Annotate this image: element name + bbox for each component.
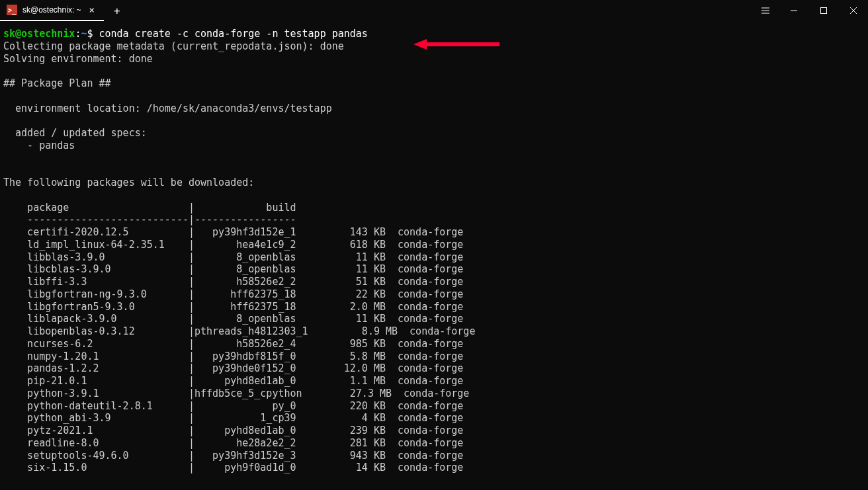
output-line: environment location: /home/sk/anaconda3…	[3, 102, 332, 114]
package-row: python-dateutil-2.8.1 | py_0 220 KB cond…	[3, 400, 463, 412]
tab-title: sk@ostechnix: ~	[22, 5, 81, 15]
package-row: readline-8.0 | he28a2e2_2 281 KB conda-f…	[3, 437, 463, 449]
package-row: libffi-3.3 | h58526e2_2 51 KB conda-forg…	[3, 276, 463, 288]
package-row: libblas-3.9.0 | 8_openblas 11 KB conda-f…	[3, 251, 463, 263]
output-line: ## Package Plan ##	[3, 77, 111, 89]
output-line: - pandas	[3, 140, 75, 151]
prompt-dollar: $	[87, 28, 99, 40]
prompt-host: ostechnix	[21, 28, 75, 40]
titlebar: >_ sk@ostechnix: ~ × +	[0, 0, 868, 21]
package-row: libopenblas-0.3.12 |pthreads_h4812303_1 …	[3, 325, 475, 337]
table-header: package | build	[3, 202, 296, 214]
close-button[interactable]	[838, 0, 868, 21]
package-row: setuptools-49.6.0 | py39hf3d152e_3 943 K…	[3, 450, 463, 462]
package-row: pytz-2021.1 | pyhd8ed1ab_0 239 KB conda-…	[3, 425, 463, 436]
terminal-tab[interactable]: >_ sk@ostechnix: ~ ×	[0, 0, 104, 21]
output-line: Collecting package metadata (current_rep…	[3, 40, 344, 52]
output-line: Solving environment: done	[3, 53, 153, 65]
package-row: python_abi-3.9 | 1_cp39 4 KB conda-forge	[3, 412, 463, 424]
maximize-button[interactable]	[808, 0, 838, 21]
titlebar-right	[752, 0, 868, 21]
prompt-user: sk	[3, 28, 15, 40]
output-line: added / updated specs:	[3, 127, 147, 139]
package-row: libgfortran-ng-9.3.0 | hff62375_18 22 KB…	[3, 288, 463, 300]
terminal-output[interactable]: sk@ostechnix:~$ conda create -c conda-fo…	[0, 21, 868, 481]
close-tab-icon[interactable]: ×	[87, 5, 97, 15]
output-line: The following packages will be downloade…	[3, 177, 254, 188]
titlebar-left: >_ sk@ostechnix: ~ × +	[0, 0, 130, 21]
table-divider: ---------------------------|------------…	[3, 214, 296, 225]
add-tab-button[interactable]: +	[104, 5, 130, 17]
terminal-icon: >_	[7, 5, 17, 15]
menu-icon[interactable]	[752, 0, 779, 21]
prompt-at: @	[15, 28, 21, 40]
package-row: python-3.9.1 |hffdb5ce_5_cpython 27.3 MB…	[3, 388, 469, 399]
package-row: pandas-1.2.2 | py39hde0f152_0 12.0 MB co…	[3, 362, 463, 374]
package-row: liblapack-3.9.0 | 8_openblas 11 KB conda…	[3, 313, 463, 325]
svg-rect-4	[820, 8, 826, 14]
package-row: six-1.15.0 | pyh9f0ad1d_0 14 KB conda-fo…	[3, 462, 463, 473]
minimize-button[interactable]	[779, 0, 808, 21]
package-row: ncurses-6.2 | h58526e2_4 985 KB conda-fo…	[3, 338, 463, 350]
package-row: certifi-2020.12.5 | py39hf3d152e_1 143 K…	[3, 226, 463, 238]
package-row: ld_impl_linux-64-2.35.1 | hea4e1c9_2 618…	[3, 239, 463, 251]
package-row: libcblas-3.9.0 | 8_openblas 11 KB conda-…	[3, 263, 463, 275]
package-row: numpy-1.20.1 | py39hdbf815f_0 5.8 MB con…	[3, 350, 463, 362]
package-row: pip-21.0.1 | pyhd8ed1ab_0 1.1 MB conda-f…	[3, 375, 463, 387]
command-text: conda create -c conda-forge -n testapp p…	[99, 28, 368, 40]
package-row: libgfortran5-9.3.0 | hff62375_18 2.0 MB …	[3, 301, 463, 313]
